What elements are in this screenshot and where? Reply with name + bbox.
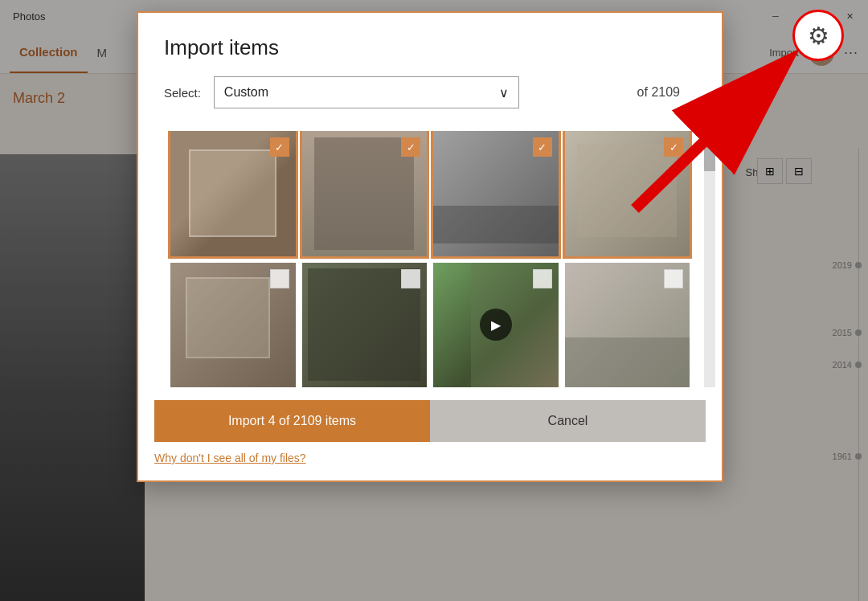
grid-container: ✓ ✓ ✓: [154, 131, 715, 387]
photo-frame: [186, 277, 271, 358]
photo-item[interactable]: [565, 263, 690, 388]
select-row: Select: Custom ∨ of 2109: [164, 76, 696, 108]
check-icon: ✓: [407, 141, 416, 153]
play-icon: ▶: [491, 317, 501, 333]
gear-settings-button[interactable]: ⚙: [792, 10, 844, 61]
photo-checkbox[interactable]: [664, 269, 683, 288]
photo-item[interactable]: [170, 263, 296, 388]
photo-checkbox[interactable]: [533, 269, 552, 288]
photo-checkbox[interactable]: ✓: [533, 137, 552, 157]
photo-checkbox[interactable]: ✓: [664, 137, 683, 157]
cancel-button[interactable]: Cancel: [430, 400, 706, 442]
photo-frame: [314, 137, 414, 250]
photo-checkbox[interactable]: ✓: [401, 137, 420, 157]
photo-item[interactable]: ▶: [433, 263, 559, 388]
help-link[interactable]: Why don't I see all of my files?: [154, 452, 706, 480]
photo-frame: [577, 144, 677, 238]
photo-frame: [433, 206, 559, 243]
photo-frame: [565, 337, 690, 387]
photo-item[interactable]: ✓: [565, 131, 690, 256]
count-text: of 2109: [637, 85, 696, 100]
import-dialog: Import items Select: Custom ∨ of 2109 ✓: [137, 11, 723, 482]
footer-buttons: Import 4 of 2109 items Cancel: [154, 400, 706, 442]
photo-item[interactable]: ✓: [433, 131, 559, 256]
import-button[interactable]: Import 4 of 2109 items: [154, 400, 430, 442]
select-dropdown[interactable]: Custom ∨: [214, 76, 519, 108]
dropdown-value: Custom: [224, 85, 268, 100]
check-icon: ✓: [669, 141, 678, 153]
select-label: Select:: [164, 86, 201, 100]
photo-checkbox[interactable]: ✓: [270, 137, 289, 157]
chevron-down-icon: ∨: [499, 85, 509, 100]
photo-frame: [189, 149, 276, 237]
play-button[interactable]: ▶: [480, 309, 512, 341]
scrollbar-track: [704, 131, 715, 387]
photo-item[interactable]: ✓: [302, 131, 428, 256]
dialog-footer: Import 4 of 2109 items Cancel Why don't …: [138, 387, 722, 480]
dialog-title: Import items: [164, 35, 696, 60]
scrollbar-thumb[interactable]: [704, 131, 715, 171]
dialog-header: Import items Select: Custom ∨ of 2109: [138, 13, 722, 131]
gear-icon: ⚙: [808, 22, 829, 50]
photo-item[interactable]: [302, 263, 428, 388]
photo-checkbox[interactable]: [270, 269, 289, 288]
photo-item[interactable]: ✓: [170, 131, 296, 256]
check-icon: ✓: [538, 141, 547, 153]
photo-checkbox[interactable]: [401, 269, 420, 288]
photos-grid: ✓ ✓ ✓: [154, 131, 715, 387]
check-icon: ✓: [275, 141, 284, 153]
